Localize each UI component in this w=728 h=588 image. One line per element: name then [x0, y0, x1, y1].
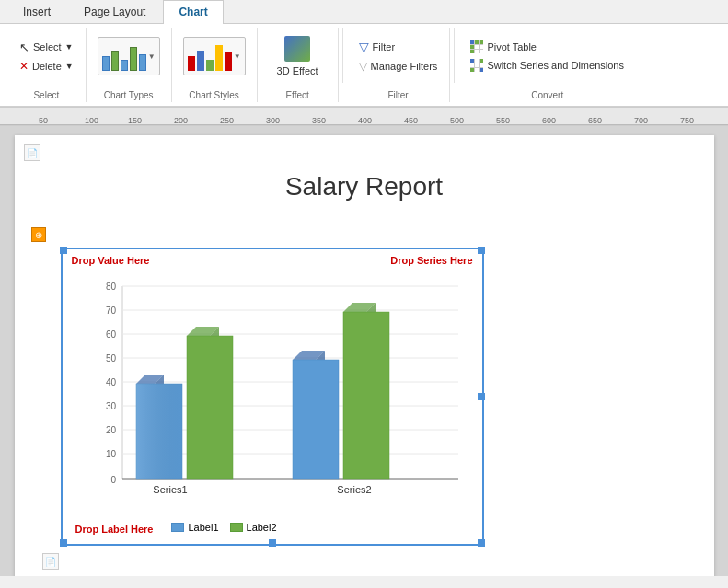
report-title: Salary Report — [33, 172, 696, 202]
resize-handle-bm[interactable] — [269, 539, 276, 547]
tab-page-layout[interactable]: Page Layout — [68, 0, 161, 23]
svg-marker-22 — [136, 384, 182, 479]
resize-handle-bl[interactable] — [60, 539, 67, 547]
ribbon-group-convert: Pivot Table Switch Series and Dimensions… — [458, 28, 636, 102]
select-button[interactable]: ↖ Select ▼ — [18, 39, 75, 56]
ribbon-group-select: ↖ Select ▼ ✕ Delete ▼ Select — [7, 28, 87, 102]
separator-2 — [454, 28, 455, 83]
manage-filters-label: Manage Filters — [371, 61, 438, 72]
svg-rect-25 — [187, 336, 233, 479]
ribbon-group-chart-types: ▼ Chart Types — [87, 28, 172, 102]
switch-series-label: Switch Series and Dimensions — [487, 60, 624, 71]
ribbon-tabs: Insert Page Layout Chart — [0, 0, 728, 24]
filter-content: ▽ Filter ▽ Manage Filters — [358, 29, 439, 83]
resize-handle-tl[interactable] — [60, 247, 67, 254]
svg-rect-31 — [343, 312, 389, 479]
tab-insert[interactable]: Insert — [7, 0, 66, 23]
svg-text:10: 10 — [105, 449, 116, 459]
svg-rect-28 — [293, 360, 339, 479]
chart-types-content: ▼ — [98, 29, 160, 83]
switch-icon — [470, 59, 483, 72]
svg-text:Series2: Series2 — [337, 484, 371, 495]
separator-1 — [342, 28, 343, 83]
manage-filters-icon: ▽ — [359, 60, 367, 73]
effect-group-label: Effect — [285, 86, 308, 100]
pivot-table-icon — [470, 40, 483, 53]
effect-content: 3D Effect — [269, 29, 327, 83]
chart-container[interactable]: Drop Value Here Drop Series Here 80 70 — [61, 248, 484, 546]
cursor-icon: ↖ — [19, 40, 29, 54]
ribbon-group-effect: 3D Effect Effect — [258, 28, 339, 102]
chart-drop-label: Drop Label Here — [75, 524, 154, 535]
chart-drop-series: Drop Series Here — [390, 255, 472, 266]
delete-dropdown-arrow: ▼ — [65, 62, 74, 71]
chart-style-button[interactable]: ▼ — [183, 37, 246, 75]
chart-type-button[interactable]: ▼ — [98, 37, 160, 75]
3d-effect-label: 3D Effect — [277, 65, 318, 76]
convert-content: Pivot Table Switch Series and Dimensions — [469, 29, 625, 83]
resize-handle-br[interactable] — [478, 539, 485, 547]
svg-text:80: 80 — [105, 282, 116, 292]
doc-area: 📄 Salary Report ⊕ Drop Value Here Drop S… — [0, 126, 728, 576]
svg-text:40: 40 — [105, 377, 116, 387]
legend-item-label1: Label1 — [171, 522, 218, 533]
select-group-label: Select — [33, 86, 59, 100]
convert-col: Pivot Table Switch Series and Dimensions — [469, 39, 625, 74]
page-icon: 📄 — [24, 144, 40, 161]
resize-handle-tr[interactable] — [478, 247, 485, 254]
filter-button[interactable]: ▽ Filter — [358, 38, 439, 56]
pivot-table-label: Pivot Table — [487, 41, 537, 52]
resize-handle-rm[interactable] — [478, 393, 485, 400]
chart-styles-arrow: ▼ — [234, 52, 241, 61]
svg-text:20: 20 — [105, 425, 116, 435]
delete-label: Delete — [32, 61, 62, 72]
chart-move-handle[interactable]: ⊕ — [31, 227, 46, 242]
chart-svg: 80 70 60 50 40 30 — [72, 277, 477, 516]
chart-styles-label: Chart Styles — [189, 86, 238, 100]
svg-text:60: 60 — [105, 329, 116, 340]
filter-label: Filter — [373, 41, 395, 52]
delete-icon: ✕ — [19, 60, 29, 73]
filter-col: ▽ Filter ▽ Manage Filters — [358, 38, 439, 75]
chart-legend: Label1 Label2 — [171, 522, 276, 533]
convert-group-label: Convert — [531, 86, 563, 100]
filter-group-label: Filter — [387, 86, 408, 100]
svg-text:70: 70 — [105, 306, 116, 316]
3d-effect-icon — [284, 36, 310, 62]
3d-effect-button[interactable]: 3D Effect — [269, 31, 327, 81]
filter-icon: ▽ — [359, 40, 369, 54]
chart-styles-content: ▼ — [183, 29, 246, 83]
delete-button[interactable]: ✕ Delete ▼ — [18, 58, 75, 75]
svg-text:0: 0 — [110, 475, 116, 485]
ribbon-content: ↖ Select ▼ ✕ Delete ▼ Select — [0, 24, 728, 107]
chart-types-label: Chart Types — [104, 86, 154, 100]
ribbon-group-chart-styles: ▼ Chart Styles — [172, 28, 258, 102]
svg-text:Series1: Series1 — [153, 484, 187, 495]
legend-label2: Label2 — [247, 522, 277, 533]
switch-series-button[interactable]: Switch Series and Dimensions — [469, 57, 625, 74]
legend-item-label2: Label2 — [230, 522, 277, 533]
manage-filters-button[interactable]: ▽ Manage Filters — [358, 58, 439, 75]
select-col: ↖ Select ▼ ✕ Delete ▼ — [18, 39, 75, 75]
ribbon-group-filter: ▽ Filter ▽ Manage Filters Filter — [347, 28, 451, 102]
select-dropdown-arrow: ▼ — [65, 42, 74, 52]
doc-page: 📄 Salary Report ⊕ Drop Value Here Drop S… — [15, 135, 714, 576]
bottom-page-icon: 📄 — [42, 553, 696, 570]
pivot-table-button[interactable]: Pivot Table — [469, 39, 625, 55]
legend-color-label2 — [230, 523, 243, 532]
svg-text:50: 50 — [105, 353, 116, 363]
select-group-content: ↖ Select ▼ ✕ Delete ▼ — [18, 29, 75, 83]
svg-text:30: 30 — [105, 401, 116, 411]
chart-drop-value: Drop Value Here — [72, 255, 150, 266]
style-chart-icon — [188, 41, 232, 71]
legend-color-label1 — [171, 523, 184, 532]
chart-types-arrow: ▼ — [148, 52, 156, 61]
bar-chart-icon — [102, 41, 146, 71]
ruler: // Will render ruler marks via JS below … — [0, 108, 728, 126]
select-label: Select — [33, 41, 62, 52]
legend-label1: Label1 — [188, 522, 218, 533]
tab-chart[interactable]: Chart — [163, 0, 223, 24]
